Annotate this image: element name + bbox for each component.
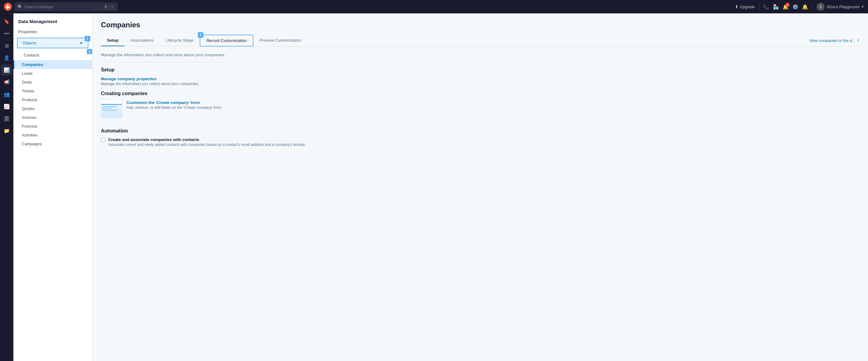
- contacts-badge: 2: [87, 49, 92, 54]
- sidebar-item-quotes[interactable]: Quotes: [13, 104, 92, 113]
- sidebar-item-campaigns[interactable]: Campaigns: [13, 139, 92, 148]
- automation-sub-1: Associate current and newly added contac…: [108, 142, 305, 147]
- marketplace-icon[interactable]: 🏪: [773, 4, 779, 9]
- form-line-3: [102, 110, 117, 111]
- create-form-text: Customize the 'Create company' form Add,…: [126, 100, 222, 110]
- automation-checkbox-1[interactable]: [101, 138, 105, 142]
- sidebar-icon-megaphone[interactable]: 📢: [1, 76, 12, 88]
- objects-badge: 1: [85, 36, 90, 41]
- objects-dropdown-chevron-icon: ▼: [79, 41, 83, 45]
- form-line-1: [102, 106, 117, 107]
- divider-1: [101, 62, 860, 62]
- sidebar-item-products[interactable]: Products: [13, 95, 92, 104]
- sidebar-icon-minus[interactable]: ➖: [1, 28, 12, 39]
- divider-2: [101, 123, 860, 123]
- sidebar-icon-data[interactable]: 📊: [1, 64, 12, 75]
- manage-properties-link[interactable]: Manage company properties: [101, 76, 157, 81]
- sidebar-icon-database[interactable]: 🗄️: [1, 113, 12, 124]
- tab-preview-customization[interactable]: Preview Customization: [253, 35, 307, 46]
- manage-properties-sub: Manage the information you collect about…: [101, 82, 860, 86]
- view-companies-link[interactable]: View companies in the d... ↗: [809, 35, 860, 46]
- record-customization-badge: 3: [198, 32, 203, 38]
- sidebar-objects-dropdown[interactable]: Objects ▼ 1: [17, 38, 88, 48]
- hubspot-logo[interactable]: [4, 2, 12, 11]
- create-form-sub: Add, remove, or edit fields on the 'Crea…: [126, 105, 222, 110]
- icon-sidebar: 🔖 ➖ ⊞ 👤 📊 📢 👥 📈 🗄️ 📁: [0, 13, 13, 361]
- search-bar[interactable]: 🔍 Search HubSpot ⌘ K: [14, 2, 118, 11]
- upgrade-icon: ⬆: [735, 4, 739, 9]
- tab-associations[interactable]: Associations: [125, 35, 160, 46]
- sidebar-item-forecast[interactable]: Forecast: [13, 122, 92, 131]
- sidebar-item-activities[interactable]: Activities: [13, 131, 92, 139]
- tab-setup[interactable]: Setup: [101, 35, 125, 46]
- sidebar-item-deals[interactable]: Deals: [13, 78, 92, 87]
- page-title: Companies: [101, 21, 860, 29]
- user-menu[interactable]: S SDocs Playground ▼: [817, 3, 864, 11]
- main-content: Companies Setup Associations Lifecycle S…: [92, 13, 868, 361]
- bell-icon[interactable]: 🔔: [802, 4, 808, 9]
- sidebar-item-invoices[interactable]: Invoices: [13, 113, 92, 122]
- main-layout: 🔖 ➖ ⊞ 👤 📊 📢 👥 📈 🗄️ 📁 Data Management Pro…: [0, 13, 868, 361]
- sidebar-item-tickets[interactable]: Tickets: [13, 87, 92, 95]
- form-line-2: [102, 108, 112, 109]
- automation-section-title: Automation: [101, 128, 860, 134]
- settings-icon[interactable]: ⚙️: [793, 4, 798, 9]
- search-placeholder: Search HubSpot: [24, 5, 53, 9]
- sidebar-icon-grid[interactable]: ⊞: [1, 40, 12, 51]
- nav-divider-1: [759, 3, 759, 10]
- tab-record-customization[interactable]: 3 Record Customization: [200, 35, 253, 46]
- form-thumbnail: [101, 100, 122, 118]
- user-menu-chevron-icon: ▼: [861, 5, 864, 8]
- nav-actions: ⬆ Upgrade 📞 🏪 🔔 1 ⚙️ 🔔 S SDocs Playgroun…: [735, 3, 864, 11]
- objects-dropdown-label: Objects: [23, 41, 36, 45]
- sidebar-icon-bookmark[interactable]: 🔖: [1, 16, 12, 27]
- create-form-card: Customize the 'Create company' form Add,…: [101, 100, 860, 118]
- form-thumb-inner: [101, 104, 122, 118]
- creating-companies-title: Creating companies: [101, 91, 860, 96]
- sidebar-icon-people[interactable]: 👥: [1, 89, 12, 100]
- automation-checkbox-row-1: Create and associate companies with cont…: [101, 137, 860, 147]
- sidebar-icon-folder[interactable]: 📁: [1, 125, 12, 136]
- create-form-link[interactable]: Customize the 'Create company' form: [126, 100, 200, 105]
- nav-divider-2: [812, 3, 812, 10]
- page-description: Manage the information you collect and s…: [101, 53, 860, 57]
- automation-label-1: Create and associate companies with cont…: [108, 137, 305, 142]
- setup-section-title: Setup: [101, 67, 860, 73]
- user-name: SDocs Playground: [826, 5, 859, 9]
- sidebar-item-companies[interactable]: Companies: [13, 60, 92, 69]
- sidebar-item-contacts[interactable]: Contacts 2: [15, 51, 90, 60]
- search-shortcut: ⌘ K: [103, 5, 115, 9]
- automation-checkbox-1-text: Create and associate companies with cont…: [108, 137, 305, 147]
- sidebar-item-leads[interactable]: Leads: [13, 69, 92, 78]
- sidebar-header: Data Management: [13, 13, 92, 27]
- top-navigation: 🔍 Search HubSpot ⌘ K ⬆ Upgrade 📞 🏪 🔔 1 ⚙…: [0, 0, 868, 13]
- search-icon: 🔍: [18, 5, 23, 9]
- tab-lifecycle-stage[interactable]: Lifecycle Stage: [160, 35, 200, 46]
- sidebar-icon-bar-chart[interactable]: 📈: [1, 101, 12, 112]
- upgrade-button[interactable]: ⬆ Upgrade: [735, 4, 755, 9]
- left-sidebar: Data Management Properties Objects ▼ 1 C…: [13, 13, 92, 361]
- external-link-icon: ↗: [857, 38, 860, 42]
- notifications-icon[interactable]: 🔔 1: [783, 4, 788, 9]
- sidebar-icon-contacts[interactable]: 👤: [1, 52, 12, 63]
- phone-icon[interactable]: 📞: [764, 4, 769, 9]
- tabs-bar: Setup Associations Lifecycle Stage 3 Rec…: [101, 35, 860, 46]
- avatar: S: [817, 3, 825, 11]
- sidebar-item-properties[interactable]: Properties: [13, 27, 92, 36]
